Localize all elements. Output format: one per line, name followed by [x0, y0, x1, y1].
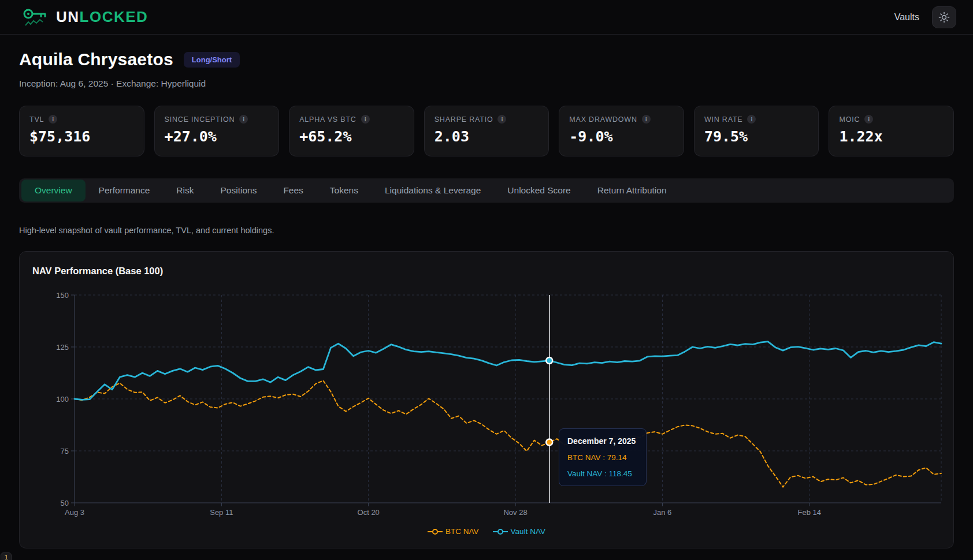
info-icon[interactable]: i: [864, 115, 873, 124]
stat-card-since-inception: SINCE INCEPTIONi +27.0%: [154, 106, 280, 156]
svg-text:125: 125: [56, 343, 69, 352]
strategy-badge: Long/Short: [184, 52, 240, 68]
nav-performance-card: NAV Performance (Base 100) 5075100125150…: [19, 251, 954, 548]
vault-meta: Inception: Aug 6, 2025 · Exchange: Hyper…: [19, 79, 954, 89]
legend-item-vault-nav: Vault NAV: [493, 527, 545, 536]
stat-card-tvl: TVLi $75,316: [19, 106, 144, 156]
overview-description: High-level snapshot of vault performance…: [19, 226, 954, 235]
corner-page-badge: 1: [1, 552, 12, 560]
stat-value: 79.5%: [704, 128, 809, 145]
tab-risk[interactable]: Risk: [163, 180, 207, 201]
tab-performance[interactable]: Performance: [86, 180, 164, 201]
tooltip-vault-nav: Vault NAV : 118.45: [567, 469, 638, 478]
svg-text:50: 50: [61, 499, 69, 507]
stat-label: SHARPE RATIO: [434, 115, 493, 124]
svg-text:75: 75: [61, 447, 69, 456]
tab-overview[interactable]: Overview: [21, 180, 86, 201]
stat-value: -9.0%: [569, 128, 674, 145]
svg-text:Aug 3: Aug 3: [65, 508, 84, 517]
tab-liquidations-leverage[interactable]: Liquidations & Leverage: [372, 180, 494, 201]
stat-label: MOIC: [839, 115, 860, 124]
chart-legend: BTC NAV Vault NAV: [20, 527, 953, 536]
brand-logo[interactable]: UNLOCKED: [21, 5, 148, 30]
stat-card-alpha-vs-btc: ALPHA VS BTCi +65.2%: [289, 106, 414, 156]
svg-text:Feb 14: Feb 14: [797, 508, 820, 517]
info-icon[interactable]: i: [239, 115, 248, 124]
stat-value: +27.0%: [165, 128, 269, 145]
tab-fees[interactable]: Fees: [270, 180, 316, 201]
svg-text:150: 150: [56, 291, 69, 300]
stat-label: ALPHA VS BTC: [299, 115, 356, 124]
stat-value: $75,316: [29, 128, 134, 145]
stat-card-moic: MOICi 1.22x: [829, 106, 954, 156]
tooltip-btc-nav: BTC NAV : 79.14: [567, 453, 638, 462]
theme-toggle-button[interactable]: [932, 6, 956, 28]
legend-label: BTC NAV: [445, 527, 479, 536]
top-nav-bar: UNLOCKED Vaults: [0, 0, 973, 35]
svg-text:Nov 28: Nov 28: [503, 508, 527, 517]
sun-icon: [938, 12, 950, 23]
tab-return-attribution[interactable]: Return Attribution: [584, 180, 680, 201]
brand-name: UNLOCKED: [56, 8, 148, 26]
tab-positions[interactable]: Positions: [207, 180, 270, 201]
stat-card-win-rate: WIN RATEi 79.5%: [694, 106, 819, 156]
chart-tooltip: December 7, 2025 BTC NAV : 79.14 Vault N…: [559, 428, 647, 486]
stat-label: TVL: [29, 115, 44, 124]
page-title: Aquila Chrysaetos: [19, 50, 173, 69]
svg-text:Jan 6: Jan 6: [653, 508, 671, 517]
stat-label: WIN RATE: [704, 115, 743, 124]
stat-value: 2.03: [434, 128, 539, 145]
legend-item-btc-nav: BTC NAV: [428, 527, 479, 536]
tab-bar: Overview Performance Risk Positions Fees…: [19, 178, 954, 203]
stat-value: +65.2%: [299, 128, 404, 145]
legend-line-icon: [493, 528, 508, 535]
info-icon[interactable]: i: [747, 115, 756, 124]
key-icon: [21, 5, 50, 30]
stat-label: SINCE INCEPTION: [165, 115, 235, 124]
info-icon[interactable]: i: [497, 115, 506, 124]
tab-tokens[interactable]: Tokens: [317, 180, 372, 201]
info-icon[interactable]: i: [361, 115, 370, 124]
stat-card-sharpe-ratio: SHARPE RATIOi 2.03: [424, 106, 549, 156]
info-icon[interactable]: i: [642, 115, 651, 124]
svg-text:Sep 11: Sep 11: [210, 508, 233, 517]
svg-text:100: 100: [56, 395, 69, 404]
nav-vaults-link[interactable]: Vaults: [894, 12, 919, 23]
stats-row: TVLi $75,316 SINCE INCEPTIONi +27.0% ALP…: [19, 106, 954, 156]
stat-label: MAX DRAWDOWN: [569, 115, 637, 124]
nav-performance-chart[interactable]: 5075100125150Aug 3Sep 11Oct 20Nov 28Jan …: [20, 252, 953, 548]
legend-line-icon: [428, 528, 443, 535]
info-icon[interactable]: i: [49, 115, 57, 124]
stat-card-max-drawdown: MAX DRAWDOWNi -9.0%: [559, 106, 684, 156]
stat-value: 1.22x: [839, 128, 944, 145]
svg-text:Oct 20: Oct 20: [358, 508, 380, 517]
tab-unlocked-score[interactable]: Unlocked Score: [494, 180, 584, 201]
legend-label: Vault NAV: [511, 527, 545, 536]
tooltip-date: December 7, 2025: [567, 436, 638, 446]
